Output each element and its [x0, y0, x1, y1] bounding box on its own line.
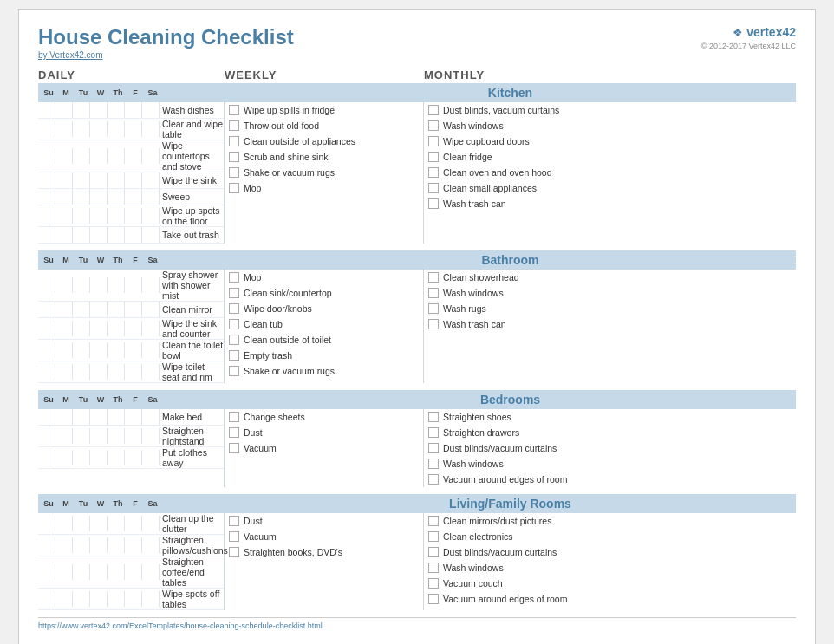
byline-link[interactable]: by Vertex42.com — [38, 50, 102, 60]
day-cell — [125, 227, 142, 243]
checkbox[interactable] — [428, 594, 439, 604]
checkbox[interactable] — [428, 105, 439, 115]
day-cell — [38, 450, 55, 465]
day-cell — [142, 321, 160, 336]
daily-task-text: Straighten coffee/end tables — [160, 556, 224, 588]
checkbox[interactable] — [229, 443, 239, 453]
footer: https://www.vertex42.com/ExcelTemplates/… — [38, 617, 796, 630]
section-2: SuMTuWThFSa Bedrooms Make bed Straighten… — [38, 390, 796, 487]
task-text: Wash windows — [443, 120, 504, 131]
day-abbrs: SuMTuWThFSa — [40, 256, 161, 264]
checkbox[interactable] — [229, 335, 239, 345]
day-cell — [55, 450, 73, 465]
weekly-task: Dust — [229, 425, 423, 440]
checkbox[interactable] — [428, 303, 439, 314]
footer-url[interactable]: https://www.vertex42.com/ExcelTemplates/… — [38, 621, 323, 630]
weekly-task: Vacuum — [229, 529, 423, 544]
day-cell — [38, 564, 55, 580]
day-cell — [142, 364, 160, 380]
monthly-header: MONTHLY — [424, 68, 796, 81]
daily-task-text: Make bed — [160, 412, 202, 422]
daily-task-text: Straighten nightstand — [160, 426, 224, 446]
checkbox[interactable] — [428, 427, 439, 438]
checkbox[interactable] — [229, 427, 239, 438]
checkbox[interactable] — [428, 288, 439, 298]
day-cell — [142, 189, 160, 205]
checkbox[interactable] — [428, 443, 439, 453]
checkbox[interactable] — [229, 516, 239, 526]
section-body: Spray shower with shower mist Clean mirr… — [38, 270, 796, 383]
checkbox[interactable] — [229, 183, 239, 193]
task-text: Straighten drawers — [443, 427, 519, 438]
sections-container: SuMTuWThFSa Kitchen Wash dishes Clear an… — [38, 83, 796, 610]
checkbox[interactable] — [428, 152, 439, 162]
task-text: Wash windows — [443, 563, 504, 573]
checkbox[interactable] — [428, 183, 439, 193]
checkbox[interactable] — [229, 366, 239, 376]
checkbox[interactable] — [229, 272, 239, 283]
checkbox[interactable] — [428, 516, 439, 526]
task-text: Shake or vacuum rugs — [244, 167, 335, 178]
task-text: Clean tub — [244, 319, 283, 329]
col-daily: Spray shower with shower mist Clean mirr… — [38, 270, 225, 383]
checkbox[interactable] — [229, 105, 239, 115]
daily-task-text: Take out trash — [160, 230, 219, 240]
checkbox[interactable] — [428, 547, 439, 557]
checkbox[interactable] — [229, 288, 239, 298]
checkbox[interactable] — [428, 474, 439, 485]
day-cell — [125, 537, 142, 553]
checkbox[interactable] — [428, 531, 439, 542]
task-text: Wash trash can — [443, 319, 506, 329]
day-cell — [55, 428, 73, 444]
checkbox[interactable] — [229, 167, 239, 178]
section-daily-area: SuMTuWThFSa — [38, 395, 225, 404]
daily-task-row: Straighten nightstand — [38, 426, 224, 447]
checkbox[interactable] — [428, 167, 439, 178]
section-body: Wash dishes Clear and wipe table Wipe co… — [38, 102, 796, 244]
day-abbr: W — [92, 395, 109, 404]
col-monthly: Clean mirrors/dust pictures Clean electr… — [424, 513, 796, 610]
daily-task-text: Wipe spots off tables — [160, 589, 224, 609]
page: House Cleaning Checklist by Vertex42.com… — [18, 9, 816, 644]
checkbox[interactable] — [428, 412, 439, 422]
checkbox[interactable] — [229, 136, 239, 146]
checkbox[interactable] — [229, 412, 239, 422]
checkbox[interactable] — [229, 120, 239, 131]
day-cell — [108, 342, 125, 358]
checkbox[interactable] — [229, 303, 239, 314]
day-cell — [108, 428, 125, 444]
checkbox[interactable] — [229, 531, 239, 542]
daily-task-row: Wipe toilet seat and rim — [38, 361, 224, 383]
day-cell — [38, 364, 55, 380]
checkbox[interactable] — [229, 152, 239, 162]
col-daily: Wash dishes Clear and wipe table Wipe co… — [38, 102, 225, 244]
day-cell — [108, 227, 125, 243]
checkbox[interactable] — [428, 578, 439, 589]
section-title: Bathroom — [225, 253, 796, 267]
task-text: Dust blinds, vacuum curtains — [443, 105, 559, 115]
checkbox[interactable] — [428, 198, 439, 209]
day-cell — [90, 148, 108, 164]
day-cell — [55, 564, 73, 580]
section-body: Make bed Straighten nightstand Put cloth… — [38, 409, 796, 487]
monthly-task: Straighten drawers — [428, 425, 796, 440]
task-text: Mop — [244, 272, 261, 283]
weekly-task: Dust — [229, 513, 423, 529]
day-cell — [55, 102, 73, 118]
checkbox[interactable] — [428, 459, 439, 469]
checkbox[interactable] — [428, 272, 439, 283]
task-text: Wash windows — [443, 459, 504, 469]
day-abbr: F — [127, 256, 144, 264]
checkbox[interactable] — [428, 563, 439, 573]
day-abbr: Tu — [75, 499, 92, 508]
checkbox[interactable] — [428, 319, 439, 329]
checkbox[interactable] — [428, 136, 439, 146]
checkbox[interactable] — [428, 120, 439, 131]
checkbox[interactable] — [229, 319, 239, 329]
section-header-row: SuMTuWThFSa Living/Family Rooms — [38, 494, 796, 513]
task-text: Vacuum — [244, 443, 277, 453]
checkbox[interactable] — [229, 350, 239, 361]
checkbox[interactable] — [229, 547, 239, 557]
daily-task-row: Clear and wipe table — [38, 119, 224, 140]
task-text: Clean mirrors/dust pictures — [443, 516, 551, 526]
